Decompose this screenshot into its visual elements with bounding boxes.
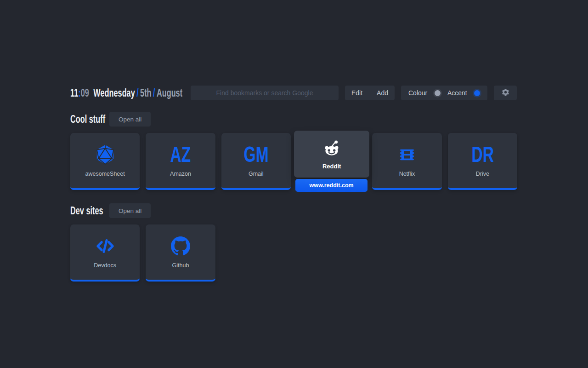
- bookmark-tile-reddit[interactable]: Reddit: [294, 131, 369, 178]
- bookmark-label: Netflix: [399, 171, 415, 177]
- reddit-icon: [322, 138, 342, 159]
- add-button[interactable]: Add: [377, 89, 388, 97]
- icosahedron-icon: [95, 144, 116, 165]
- bookmark-url-tooltip: www.reddit.com: [295, 179, 368, 192]
- bookmark-label: Drive: [476, 171, 489, 177]
- bookmark-label: Reddit: [322, 163, 341, 170]
- date: Wednesday/5th/August: [93, 86, 182, 99]
- bookmark-cell-reddit: Reddit www.reddit.com: [297, 133, 366, 190]
- date-day: 5th: [140, 86, 151, 99]
- open-all-button[interactable]: Open all: [109, 112, 151, 126]
- bookmark-tile-github[interactable]: Github: [146, 224, 215, 282]
- settings-button[interactable]: [494, 86, 517, 100]
- date-separator: /: [136, 86, 139, 99]
- section-title: Dev sites: [70, 204, 103, 217]
- bookmark-grid-dev-sites: Devdocs Github: [70, 224, 517, 282]
- bookmark-tile-awesomesheet[interactable]: awesomeSheet: [70, 133, 140, 190]
- edit-add-group: Edit Add: [345, 86, 395, 100]
- code-icon: [95, 236, 116, 257]
- section-title: Cool stuff: [70, 113, 103, 126]
- github-icon: [171, 236, 190, 257]
- bookmark-label: Devdocs: [94, 262, 116, 269]
- bookmark-label: Amazon: [170, 171, 191, 177]
- open-all-button[interactable]: Open all: [109, 203, 151, 218]
- date-separator: /: [153, 86, 155, 99]
- date-month: August: [157, 86, 182, 99]
- edit-button[interactable]: Edit: [351, 89, 362, 97]
- colour-picker-dot[interactable]: [435, 90, 441, 96]
- bookmark-tile-devdocs[interactable]: Devdocs: [70, 224, 140, 282]
- accent-label: Accent: [447, 89, 467, 97]
- date-weekday: Wednesday: [93, 86, 135, 99]
- bookmark-label: Gmail: [249, 171, 264, 177]
- bookmark-tile-amazon[interactable]: AZ Amazon: [146, 133, 215, 190]
- gear-icon: [501, 88, 510, 98]
- bookmark-label: awesomeSheet: [85, 171, 125, 177]
- film-strip-icon: [397, 144, 417, 165]
- clock: 11:09: [70, 86, 89, 99]
- initials-icon: DR: [467, 144, 498, 165]
- initials-icon: AZ: [166, 144, 195, 165]
- bookmark-tile-drive[interactable]: DR Drive: [448, 133, 517, 190]
- search-input[interactable]: [191, 86, 339, 100]
- section-header-dev-sites: Dev sites Open all: [70, 203, 517, 218]
- initials-icon: GM: [238, 144, 274, 165]
- top-bar: 11:09Wednesday/5th/August Edit Add Colou…: [70, 86, 517, 100]
- accent-picker-dot[interactable]: [474, 90, 480, 96]
- clock-hours: 11: [70, 86, 78, 99]
- bookmark-tile-netflix[interactable]: Netflix: [372, 133, 441, 190]
- bookmark-grid-cool-stuff: awesomeSheet AZ Amazon GM Gmail: [70, 133, 517, 190]
- bookmark-label: Github: [172, 262, 189, 269]
- start-page: 11:09Wednesday/5th/August Edit Add Colou…: [70, 86, 517, 282]
- section-header-cool-stuff: Cool stuff Open all: [70, 112, 517, 126]
- clock-minutes: 09: [81, 86, 89, 99]
- bookmark-tile-gmail[interactable]: GM Gmail: [221, 133, 291, 190]
- theme-group: Colour Accent: [401, 86, 487, 100]
- colour-label: Colour: [408, 89, 427, 97]
- clock-date: 11:09Wednesday/5th/August: [70, 86, 184, 99]
